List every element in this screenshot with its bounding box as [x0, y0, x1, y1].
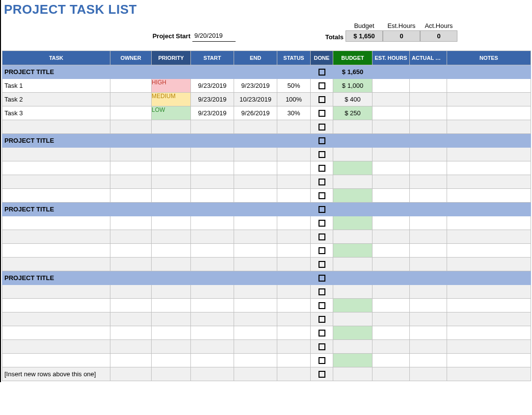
cell-owner[interactable]	[110, 285, 152, 299]
cell-end[interactable]	[234, 65, 277, 79]
cell-start[interactable]	[191, 326, 234, 340]
cell-owner[interactable]	[110, 299, 152, 312]
section-row[interactable]: PROJECT TITLE$ 1,650	[2, 65, 531, 79]
cell-end[interactable]	[234, 216, 277, 230]
cell-owner[interactable]	[110, 134, 152, 148]
cell-owner[interactable]	[110, 354, 152, 367]
cell-act[interactable]	[410, 216, 447, 230]
cell-start[interactable]	[191, 285, 234, 299]
cell-act[interactable]	[410, 106, 447, 120]
priority-badge[interactable]: LOW	[152, 106, 191, 120]
cell-budget[interactable]	[333, 189, 372, 203]
cell-start[interactable]: 9/23/2019	[191, 79, 234, 93]
cell-start[interactable]	[191, 216, 234, 230]
priority-badge[interactable]: MEDIUM	[152, 93, 191, 106]
cell-start[interactable]	[191, 354, 234, 367]
cell-start[interactable]	[191, 299, 234, 312]
cell-task[interactable]	[2, 285, 110, 299]
cell-budget[interactable]: $ 1,000	[333, 79, 372, 93]
cell-notes[interactable]	[447, 134, 531, 148]
cell-budget[interactable]	[333, 244, 372, 258]
cell-notes[interactable]	[447, 312, 531, 326]
cell-task[interactable]	[2, 258, 110, 271]
cell-act[interactable]	[410, 93, 447, 106]
table-row[interactable]	[2, 189, 531, 203]
cell-done[interactable]	[311, 79, 333, 93]
done-checkbox[interactable]	[319, 357, 325, 364]
cell-done[interactable]	[311, 216, 333, 230]
cell-est[interactable]	[372, 93, 410, 106]
th-end[interactable]: END	[234, 51, 277, 65]
cell-notes[interactable]	[447, 79, 531, 93]
cell-status[interactable]	[277, 161, 311, 175]
cell-priority[interactable]	[152, 271, 191, 285]
cell-act[interactable]	[410, 203, 447, 216]
cell-est[interactable]	[372, 271, 410, 285]
done-checkbox[interactable]	[319, 151, 325, 158]
cell-est[interactable]	[372, 230, 410, 244]
done-checkbox[interactable]	[319, 343, 325, 350]
cell-owner[interactable]	[110, 244, 152, 258]
cell-budget[interactable]	[333, 161, 372, 175]
cell-status[interactable]	[277, 65, 311, 79]
cell-done[interactable]	[311, 367, 333, 381]
done-checkbox[interactable]	[319, 261, 325, 268]
cell-start[interactable]	[191, 161, 234, 175]
cell-done[interactable]	[311, 134, 333, 148]
cell-end[interactable]	[234, 148, 277, 161]
cell-end[interactable]	[234, 271, 277, 285]
cell-owner[interactable]	[110, 148, 152, 161]
cell-priority[interactable]	[152, 312, 191, 326]
cell-budget[interactable]: $ 250	[333, 106, 372, 120]
cell-done[interactable]	[311, 106, 333, 120]
cell-notes[interactable]	[447, 189, 531, 203]
cell-done[interactable]	[311, 120, 333, 134]
cell-act[interactable]	[410, 189, 447, 203]
cell-start[interactable]: 9/23/2019	[191, 93, 234, 106]
table-row[interactable]	[2, 216, 531, 230]
cell-notes[interactable]	[447, 120, 531, 134]
cell-end[interactable]	[234, 134, 277, 148]
cell-owner[interactable]	[110, 106, 152, 120]
cell-task[interactable]: [Insert new rows above this one]	[2, 367, 110, 381]
cell-budget[interactable]	[333, 312, 372, 326]
cell-budget[interactable]: $ 1,650	[333, 65, 372, 79]
cell-est[interactable]	[372, 216, 410, 230]
cell-start[interactable]	[191, 340, 234, 354]
cell-act[interactable]	[410, 271, 447, 285]
done-checkbox[interactable]	[319, 179, 325, 185]
cell-priority[interactable]	[152, 65, 191, 79]
done-checkbox[interactable]	[319, 371, 325, 378]
cell-est[interactable]	[372, 106, 410, 120]
cell-priority[interactable]	[152, 161, 191, 175]
cell-done[interactable]	[311, 285, 333, 299]
cell-priority[interactable]	[152, 230, 191, 244]
cell-start[interactable]	[191, 148, 234, 161]
cell-owner[interactable]	[110, 93, 152, 106]
cell-budget[interactable]	[333, 326, 372, 340]
cell-notes[interactable]	[447, 93, 531, 106]
cell-budget[interactable]	[333, 148, 372, 161]
cell-est[interactable]	[372, 161, 410, 175]
cell-end[interactable]	[234, 161, 277, 175]
cell-status[interactable]	[277, 354, 311, 367]
cell-notes[interactable]	[447, 175, 531, 189]
th-act[interactable]: ACTUAL HOURS	[410, 51, 447, 65]
cell-status[interactable]	[277, 134, 311, 148]
cell-task[interactable]	[2, 189, 110, 203]
cell-priority[interactable]	[152, 354, 191, 367]
table-row[interactable]: [Insert new rows above this one]	[2, 367, 531, 381]
table-row[interactable]	[2, 230, 531, 244]
cell-act[interactable]	[410, 285, 447, 299]
cell-status[interactable]	[277, 312, 311, 326]
section-row[interactable]: PROJECT TITLE	[2, 203, 531, 216]
cell-task[interactable]: PROJECT TITLE	[2, 134, 110, 148]
cell-priority[interactable]	[152, 148, 191, 161]
cell-est[interactable]	[372, 367, 410, 381]
cell-owner[interactable]	[110, 189, 152, 203]
cell-start[interactable]	[191, 230, 234, 244]
cell-owner[interactable]	[110, 216, 152, 230]
cell-done[interactable]	[311, 258, 333, 271]
cell-start[interactable]	[191, 203, 234, 216]
table-row[interactable]	[2, 326, 531, 340]
